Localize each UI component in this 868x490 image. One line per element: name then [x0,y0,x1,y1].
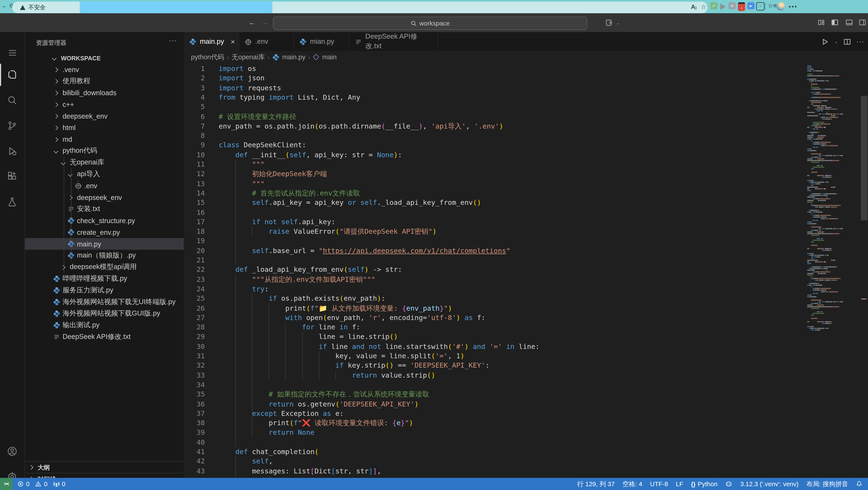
close-tab-icon[interactable]: × [231,37,235,46]
read-aloud-icon[interactable]: A) [691,3,696,10]
tree-file-服务压力测试.py[interactable]: 服务压力测试.py [25,284,184,296]
toggle-left-sidebar-icon[interactable] [831,19,838,26]
tab-DeepSeek API修改.txt[interactable]: DeepSeek API修改.txt [349,32,438,51]
layout-dropdown-chevron-icon[interactable]: ⌄ [616,21,620,25]
tree-folder-.venv[interactable]: .venv [25,64,184,75]
explorer-more-icon[interactable]: ··· [169,36,177,44]
tree-folder-api导入[interactable]: api导入 [25,168,184,180]
tree-folder-python代码[interactable]: python代码 [25,145,184,157]
tree-folder-使用教程[interactable]: 使用教程 [25,75,184,87]
code-area[interactable]: 1import os2import json3import requests4f… [184,63,860,478]
tv-extension-icon[interactable]: ▸ [747,2,754,9]
activitybar-testing-icon[interactable] [0,191,25,213]
tree-file-create_env.py[interactable]: create_env.py [25,226,184,238]
activitybar-menu-icon[interactable] [0,41,25,64]
tree-file-.env[interactable]: .env [25,180,184,192]
status-item-left-0-error[interactable]: 0 [17,481,30,487]
activitybar-account-icon[interactable] [0,440,25,462]
status-item-right-1[interactable]: 空格: 4 [622,480,642,488]
customize-layout-icon[interactable] [818,19,825,26]
command-center-search[interactable]: workspace [273,17,587,30]
notes-extension-icon[interactable]: ≡ [728,2,736,9]
browser-back-icon[interactable]: ← [2,3,7,9]
run-python-file-icon[interactable] [822,38,829,45]
tree-file-海外视频网站视频下载GUI版.py[interactable]: 海外视频网站视频下载GUI版.py [25,308,184,319]
tree-file-安装.txt[interactable]: 安装.txt [25,203,184,215]
tree-file-哔哩哔哩视频下载.py[interactable]: 哔哩哔哩视频下载.py [25,273,184,285]
activitybar-run-debug-icon[interactable] [0,140,25,162]
status-item-right-4-braces[interactable]: {}Python [691,481,718,487]
tree-file-DeepSeek API修改.txt[interactable]: DeepSeek API修改.txt [25,331,184,343]
run-dropdown-chevron-icon[interactable]: ⌄ [834,39,838,44]
tree-folder-md[interactable]: md [25,133,184,145]
timeline-section[interactable]: 时间线 [25,473,184,478]
activitybar-search-icon[interactable] [0,89,25,111]
nav-back-icon[interactable]: ← [249,18,256,27]
tree-file-海外视频网站视频下载无UI终端版.py[interactable]: 海外视频网站视频下载无UI终端版.py [25,296,184,308]
status-item-label: 0 [62,481,65,487]
search-icon [410,20,416,26]
minimap[interactable] [805,63,860,478]
tree-folder-deepseek模型api调用[interactable]: deepseek模型api调用 [25,262,184,273]
collections-icon[interactable]: ☆≡ [768,2,777,9]
status-item-right-5-copilot[interactable] [725,481,733,488]
tab-.env[interactable]: .env [239,32,294,51]
status-item-right-2[interactable]: UTF-8 [650,481,668,487]
favorite-star-icon[interactable]: ☆ [701,3,706,11]
status-item-right-7[interactable]: 布局: 搜狗拼音 [806,480,848,488]
warning-icon [35,481,42,487]
line-number: 17 [184,217,205,226]
editor-scrollbar[interactable] [860,63,868,478]
tree-folder-deepseek_env[interactable]: deepseek_env [25,192,184,203]
tree-folder-bilibili_downloads[interactable]: bilibili_downloads [25,87,184,99]
breadcrumb-item[interactable]: 无openai库 [231,52,265,62]
line-number: 4 [184,92,205,102]
code-line-18: 18 raise ValueError("请提供DeepSeek API密钥") [184,226,860,236]
status-item-right-8-bell[interactable] [856,481,863,487]
status-item-right-6[interactable]: 3.12.3 ('.venv': venv) [740,481,799,487]
extensions-puzzle-icon[interactable]: ◦ [756,2,765,10]
browser-address-bar[interactable]: 不安全 A) ☆ [12,2,707,13]
tree-folder-deepseek_env[interactable]: deepseek_env [25,110,184,122]
toggle-bottom-panel-icon[interactable] [845,19,853,26]
scrollbar-slider[interactable] [861,96,867,220]
video-downloader-extension-icon[interactable]: ↓ [738,2,745,11]
tree-folder-无openai库[interactable]: 无openai库 [25,157,184,168]
tree-file-main.py[interactable]: main.py [25,238,184,250]
code-line-27: 27 with open(env_path, 'r', encoding='ut… [184,313,860,323]
tab-mian.py[interactable]: mian.py [294,32,349,51]
status-item-right-3[interactable]: LF [676,481,683,487]
play-extension-icon[interactable] [720,3,726,10]
nav-forward-icon[interactable]: → [261,18,269,27]
workspace-root[interactable]: WORKSPACE [25,52,184,64]
tree-file-输出测试.py[interactable]: 输出测试.py [25,319,184,331]
code-line-5: 5 [184,102,860,112]
tree-file-check_structure.py[interactable]: check_structure.py [25,215,184,226]
breadcrumb-item[interactable]: main.py [282,53,306,61]
more-menu-icon[interactable]: ⋯ [788,1,797,12]
activitybar-explorer-icon[interactable] [0,64,25,86]
toggle-right-sidebar-icon[interactable] [859,19,866,26]
tree-folder-html[interactable]: html [25,122,184,133]
activitybar-source-control-icon[interactable] [0,115,25,136]
split-editor-icon[interactable] [843,38,851,45]
python-file-icon [53,287,60,294]
line-number: 3 [184,83,205,92]
activitybar-extensions-icon[interactable] [0,165,25,187]
editor-more-actions-icon[interactable]: ··· [856,38,865,45]
status-item-left-2-broadcast[interactable]: 0 [53,481,65,487]
profile-avatar[interactable] [777,2,785,10]
tree-file-main（猫娘版）.py[interactable]: main（猫娘版）.py [25,250,184,262]
remote-indicator[interactable]: >< [0,478,13,490]
tab-main.py[interactable]: main.py× [184,32,239,51]
browser-tab-bar: ← ⟳ 不安全 A) ☆ ✓ ≡ ↓ ▸ ◦ ☆≡ ⋯ [0,0,868,13]
breadcrumb-item[interactable]: python代码 [191,52,224,62]
status-item-right-0[interactable]: 行 129, 列 37 [577,480,615,488]
breadcrumb-item[interactable]: main [322,53,337,61]
status-item-left-1-warning[interactable]: 0 [35,481,48,487]
tree-item-label: 哔哩哔哩视频下载.py [62,274,127,283]
shield-extension-icon[interactable]: ✓ [710,2,717,9]
tree-folder-c++[interactable]: c++ [25,99,184,110]
layout-dropdown-icon[interactable] [606,19,613,27]
outline-section[interactable]: 大纲 [25,461,184,473]
